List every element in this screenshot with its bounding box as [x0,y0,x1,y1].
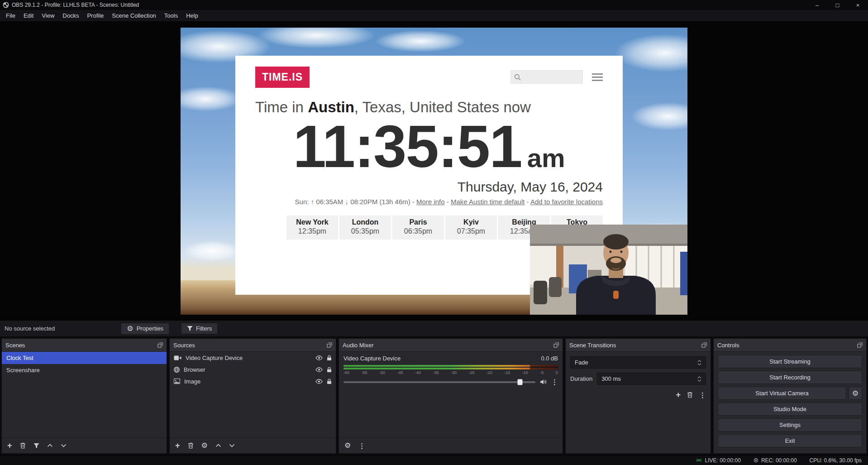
transition-select[interactable]: Fade [570,356,706,369]
lock-icon [327,355,332,361]
add-source-button[interactable]: + [175,441,180,450]
visibility-toggle[interactable] [315,355,323,360]
sources-dock-header[interactable]: Sources [170,339,336,352]
controls-popout-button[interactable] [857,342,863,348]
menu-item-docks[interactable]: Docks [58,10,83,22]
advanced-audio-button[interactable]: ⚙ [344,442,351,449]
trash-icon [687,392,693,398]
timeis-ampm: am [527,143,565,173]
add-transition-button[interactable]: + [676,391,681,399]
audio-level-meter [343,365,558,369]
audio-mixer-header[interactable]: Audio Mixer [339,339,563,352]
source-row-browser[interactable]: Browser [170,364,336,375]
controls-panel: Start Streaming Start Recording Start Vi… [714,352,866,453]
filters-label: Filters [196,325,212,332]
combo-arrows[interactable] [697,360,701,365]
scene-transitions-dock: Scene Transitions Fade Du [565,338,711,454]
chevron-up-icon [697,376,701,379]
source-row-video-capture-device[interactable]: Video Capture Device [170,352,336,364]
transitions-popout-button[interactable] [701,342,707,348]
audio-mixer-title: Audio Mixer [343,342,374,349]
close-button[interactable]: × [848,0,868,10]
webcam-video [530,225,687,315]
audio-mixer-popout-button[interactable] [553,342,559,348]
world-clock-london: London05:35pm [339,216,391,240]
meter-scale: -60 -55 -50 -45 -40 -35 -30 -25 -20 -15 … [343,370,558,375]
add-scene-button[interactable]: + [7,441,12,450]
meter-tick-label: -15 [504,370,510,375]
start-streaming-button[interactable]: Start Streaming [718,355,862,368]
globe-icon [174,367,180,373]
gear-icon: ⚙ [127,325,133,332]
move-scene-down-button[interactable] [61,444,67,447]
menu-item-view[interactable]: View [38,10,58,22]
meter-tick-label: -20 [486,370,492,375]
virtual-camera-settings-button[interactable]: ⚙ [849,387,862,400]
cloud [375,30,466,52]
exit-button[interactable]: Exit [718,434,862,447]
plus-icon: + [7,441,12,450]
scenes-dock-header[interactable]: Scenes [2,339,167,352]
properties-button[interactable]: ⚙ Properties [121,323,169,335]
studio-mode-button[interactable]: Studio Mode [718,403,862,416]
transitions-dock-header[interactable]: Scene Transitions [566,339,711,352]
scene-filters-button[interactable] [33,443,39,449]
duration-spinbox[interactable]: 300 ms [597,373,706,385]
menu-item-tools[interactable]: Tools [160,10,182,22]
start-recording-button[interactable]: Start Recording [718,371,862,384]
program-preview[interactable]: TIME.IS Time in Austin, Texas, United St… [181,28,687,315]
scene-item-screenshare[interactable]: Screenshare [2,364,167,376]
spin-arrows[interactable] [697,376,701,382]
webcam-source[interactable] [530,225,687,315]
duration-value: 300 ms [601,375,621,382]
remove-transition-button[interactable] [687,391,693,399]
meter-tick-label: 0 [556,370,558,375]
maximize-button[interactable]: □ [827,0,848,10]
move-scene-up-button[interactable] [47,444,53,447]
source-list: Video Capture Device [170,352,336,437]
audio-mixer-menu-button[interactable]: ⋮ [358,442,365,449]
preview-canvas-area: TIME.IS Time in Austin, Texas, United St… [0,22,868,320]
menu-item-profile[interactable]: Profile [83,10,108,22]
settings-button[interactable]: Settings [718,418,862,431]
transition-selected-value: Fade [575,359,588,366]
meter-tick-label: -35 [433,370,439,375]
scenes-toolbar: + [2,437,167,453]
source-status-text: No source selected [5,325,55,332]
menu-item-help[interactable]: Help [182,10,202,22]
scenes-popout-button[interactable] [157,342,163,348]
menu-item-file[interactable]: File [2,10,19,22]
filters-button[interactable]: Filters [181,323,218,334]
menu-item-scene-collection[interactable]: Scene Collection [108,10,160,22]
source-row-image[interactable]: Image [170,375,336,387]
remove-source-button[interactable] [188,442,194,449]
source-properties-button[interactable]: ⚙ [201,442,208,449]
sources-toolbar: + ⚙ [170,437,336,453]
menu-item-edit[interactable]: Edit [19,10,38,22]
mute-button[interactable] [540,379,547,385]
audio-options-button[interactable]: ⋮ [551,379,558,385]
scene-list: Clock Test Screenshare [2,352,167,437]
minimize-button[interactable]: – [807,0,827,10]
remove-scene-button[interactable] [20,442,26,449]
visibility-toggle[interactable] [315,379,323,384]
lock-toggle[interactable] [327,367,332,373]
volume-slider[interactable] [343,381,535,383]
controls-dock-header[interactable]: Controls [714,339,866,352]
lock-toggle[interactable] [327,379,332,384]
meter-tick-label: -30 [451,370,457,375]
volume-slider-handle[interactable] [518,379,523,385]
visibility-toggle[interactable] [315,367,323,372]
scene-item-clock-test[interactable]: Clock Test [2,352,167,364]
lock-toggle[interactable] [327,355,332,361]
move-source-up-button[interactable] [215,444,221,447]
move-source-down-button[interactable] [229,444,235,447]
start-virtual-camera-button[interactable]: Start Virtual Camera [718,387,846,400]
sources-popout-button[interactable] [327,342,332,348]
timeis-make-default-link: Make Austin time default [451,198,525,206]
maximize-icon: □ [836,2,839,9]
title-bar[interactable]: OBS 29.1.2 - Profile: LLHLS BETA - Scene… [0,0,868,10]
scenes-dock: Scenes Clock Test Screenshare + [1,338,167,454]
dock-popout-icon [701,342,707,348]
transition-menu-button[interactable]: ⋮ [699,391,706,399]
